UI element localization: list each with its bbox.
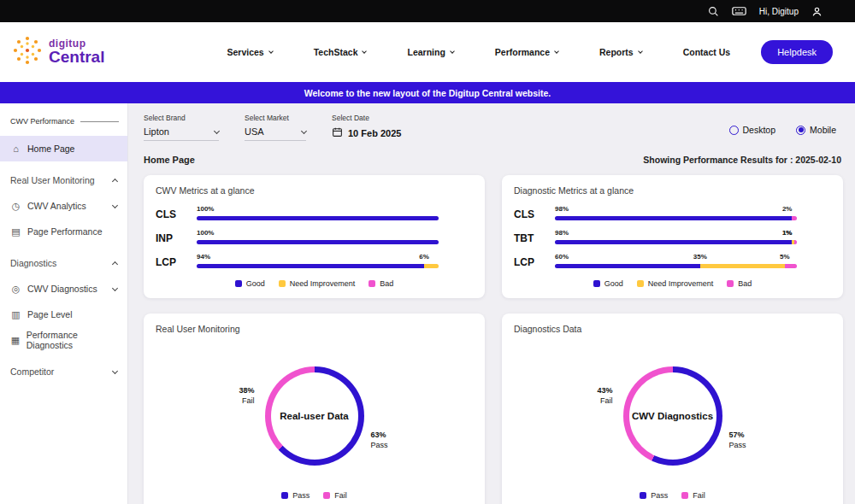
- card-title: Diagnostic Metrics at a glance: [514, 185, 831, 196]
- pie-label-pass: 63%Pass: [371, 430, 388, 450]
- sidebar-item-page-level[interactable]: ▥Page Level: [0, 302, 127, 327]
- sidebar-item-performance-diagnostics[interactable]: ▦Performance Diagnostics: [0, 327, 127, 353]
- metric-bar: 60%35%5%: [555, 253, 797, 272]
- bar-segment-good: [555, 264, 700, 268]
- legend-swatch: [279, 280, 286, 287]
- legend-item-fail: Fail: [681, 491, 705, 500]
- date-filter: Select Date 10 Feb 2025: [332, 114, 401, 139]
- nav-item-learning[interactable]: Learning: [407, 47, 453, 57]
- bar-track: [555, 240, 797, 244]
- title-row: Home Page Showing Performance Results fo…: [144, 155, 843, 165]
- legend-label: Need Improvement: [648, 279, 714, 288]
- sidebar-item-real-user-monitoring[interactable]: Real User Monitoring: [0, 167, 127, 193]
- nav-item-performance[interactable]: Performance: [495, 47, 558, 57]
- market-filter: Select Market USA: [245, 114, 306, 141]
- pie-name: Fail: [597, 396, 612, 406]
- bar-value-label: 5%: [780, 253, 790, 261]
- nav-item-services[interactable]: Services: [227, 47, 273, 57]
- logo[interactable]: digitup Central: [12, 35, 140, 69]
- legend-item-need-improvement: Need Improvement: [279, 279, 356, 288]
- diagnostic-metrics-bar-chart: CLS98%2%TBT98%1%1%LCP60%35%5%: [514, 202, 831, 274]
- sidebar-item-home-page[interactable]: ⌂Home Page: [0, 136, 127, 161]
- pie-label-fail: 43%Fail: [597, 385, 612, 406]
- card-title: Diagnostics Data: [514, 324, 831, 334]
- metric-row-cls: CLS100%: [156, 202, 473, 226]
- header: digitup Central ServicesTechStackLearnin…: [0, 22, 855, 82]
- section-divider: [80, 121, 119, 122]
- bar-value-label: 2%: [782, 205, 793, 213]
- legend-label: Pass: [651, 491, 668, 500]
- bar-value-label: 6%: [419, 253, 429, 261]
- sidebar: CWV Performance ⌂Home PageReal User Moni…: [0, 103, 128, 504]
- sidebar-item-diagnostics[interactable]: Diagnostics: [0, 250, 127, 276]
- bar-track: [197, 216, 439, 220]
- nav-item-label: Reports: [599, 47, 634, 57]
- perf-icon: ▦: [10, 335, 21, 346]
- bar-value-label: 100%: [197, 229, 214, 237]
- pie-label-fail: 38%Fail: [239, 385, 254, 406]
- brand-select[interactable]: Lipton: [144, 126, 219, 141]
- donut-hole: CWV Diagnostics: [629, 372, 716, 460]
- donut-hole: Real-user Data: [271, 372, 358, 460]
- sidebar-item-label: Real User Monitoring: [10, 175, 95, 185]
- metric-row-cls: CLS98%2%: [514, 202, 831, 226]
- sidebar-item-cwv-analytics[interactable]: ◷CWV Analytics: [0, 193, 127, 219]
- nav-item-reports[interactable]: Reports: [599, 47, 642, 57]
- results-note: Showing Performance Results for : 2025-0…: [643, 155, 843, 165]
- legend-swatch: [681, 492, 688, 499]
- sidebar-item-label: Page Performance: [27, 226, 103, 237]
- mobile-radio[interactable]: Mobile: [796, 125, 836, 135]
- chevron-down-icon: [113, 286, 117, 292]
- bar-segment-good: [197, 216, 439, 220]
- announcement-banner: Welcome to the new layout of the Digitup…: [0, 82, 855, 103]
- legend-item-fail: Fail: [323, 491, 347, 500]
- brand-filter: Select Brand Lipton: [144, 114, 219, 141]
- nav-item-contact-us[interactable]: Contact Us: [683, 47, 730, 57]
- nav-item-label: Learning: [407, 47, 445, 57]
- donut-center-label: CWV Diagnostics: [632, 411, 713, 421]
- chevron-down-icon: [113, 203, 117, 209]
- diagnostic-metrics-card: Diagnostic Metrics at a glance CLS98%2%T…: [502, 175, 843, 298]
- chart-legend: GoodNeed ImprovementBad: [156, 279, 473, 288]
- metric-bar: 94%6%: [197, 253, 439, 272]
- bar-segment-bad: [785, 264, 797, 268]
- metric-label: LCP: [514, 256, 555, 268]
- chevron-up-icon: [113, 261, 117, 267]
- main-content: Select Brand Lipton Select Market USA Se…: [128, 103, 855, 504]
- nav-item-techstack[interactable]: TechStack: [314, 47, 367, 57]
- chevron-down-icon: [363, 49, 368, 54]
- sidebar-section-header: CWV Performance: [0, 117, 127, 136]
- search-icon[interactable]: [708, 6, 719, 17]
- metric-label: CLS: [156, 208, 197, 220]
- topbar: Hi, Digitup: [0, 0, 855, 22]
- metric-row-inp: INP100%: [156, 226, 473, 250]
- legend-item-need-improvement: Need Improvement: [637, 279, 714, 288]
- legend-label: Good: [246, 279, 265, 288]
- legend-item-bad: Bad: [369, 279, 393, 288]
- bar-track: [555, 264, 797, 268]
- metric-label: CLS: [514, 208, 555, 220]
- bar-value-label: 94%: [197, 253, 210, 261]
- pie-percent: 38%: [239, 385, 254, 396]
- sidebar-item-page-performance[interactable]: ▤Page Performance: [0, 219, 127, 244]
- brand-select-value: Lipton: [144, 126, 169, 137]
- sidebar-section-label: CWV Performance: [10, 117, 74, 126]
- card-title: CWV Metrics at a glance: [156, 185, 473, 196]
- legend-swatch: [369, 280, 375, 287]
- radio-icon: [729, 126, 739, 135]
- market-select[interactable]: USA: [245, 126, 306, 141]
- date-picker[interactable]: 10 Feb 2025: [332, 126, 401, 139]
- page-body: CWV Performance ⌂Home PageReal User Moni…: [0, 103, 855, 504]
- pie-percent: 57%: [729, 430, 746, 440]
- metric-bar: 98%2%: [555, 205, 797, 224]
- user-icon[interactable]: [811, 6, 823, 17]
- helpdesk-button[interactable]: Helpdesk: [761, 40, 833, 64]
- cwv-metrics-bar-chart: CLS100%INP100%LCP94%6%: [156, 202, 473, 274]
- keyboard-icon[interactable]: [732, 6, 746, 16]
- sidebar-item-cwv-diagnostics[interactable]: ◎CWV Diagnostics: [0, 276, 127, 302]
- sidebar-item-competitor[interactable]: Competitor: [0, 359, 127, 384]
- desktop-radio[interactable]: Desktop: [729, 125, 776, 135]
- sidebar-item-label: Home Page: [27, 144, 74, 154]
- sidebar-item-label: Page Level: [27, 309, 73, 319]
- market-filter-label: Select Market: [245, 114, 306, 122]
